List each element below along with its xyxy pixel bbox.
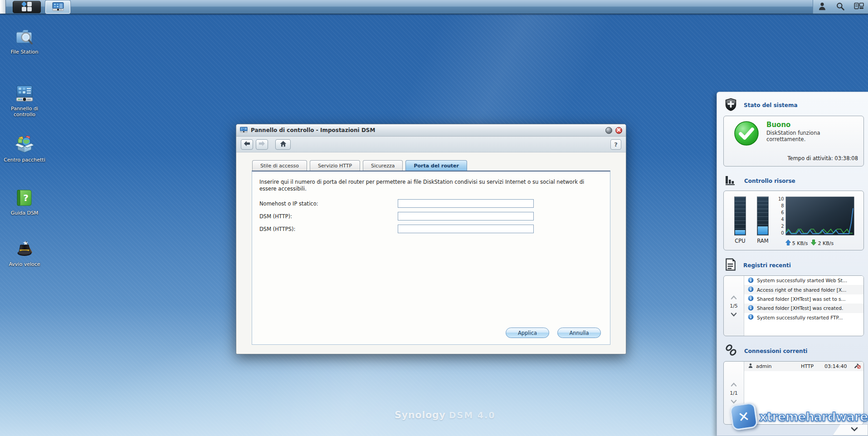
home-icon [280, 141, 287, 148]
home-button[interactable] [275, 139, 291, 150]
info-icon [748, 314, 754, 321]
pilot-view-button[interactable] [851, 1, 867, 13]
router-port-panel: Inserire qui il numero di porta del rout… [252, 171, 610, 345]
user-menu-button[interactable] [814, 1, 830, 13]
current-connections-header: Connessioni correnti [717, 338, 868, 361]
desktop-icon-label: File Station [4, 49, 45, 55]
user-icon [748, 363, 753, 370]
main-menu-button[interactable] [13, 1, 41, 13]
desktop-icon-quick-start[interactable]: Avvio veloce [4, 239, 45, 267]
log-document-icon [725, 258, 736, 272]
section-title: Controllo risorse [744, 178, 795, 184]
info-icon [748, 277, 754, 284]
log-text: System successfully started Web St... [757, 278, 847, 283]
logs-page-up-button[interactable] [731, 295, 737, 299]
show-desktop-button[interactable] [0, 0, 6, 14]
help-label: ? [614, 141, 618, 148]
dsm-https-input[interactable] [398, 225, 534, 233]
control-panel-icon [52, 2, 64, 12]
form-row: DSM (HTTP): [259, 212, 610, 220]
window-toolbar: ? [236, 137, 626, 152]
dsm-http-label: DSM (HTTP): [259, 213, 398, 220]
svg-text:?: ? [23, 192, 29, 203]
connections-page-down-button[interactable] [731, 400, 737, 404]
system-status-header: Stato del sistema [717, 92, 868, 116]
upload-arrow-icon [785, 240, 791, 247]
status-value: Buono [766, 121, 834, 129]
desktop-icon-label: Guida DSM [4, 210, 45, 216]
hostname-label: Nomehost o IP statico: [259, 201, 398, 207]
recent-logs-header: Registri recenti [717, 252, 868, 275]
tab-strip: Stile di accesso Servizio HTTP Sicurezza… [252, 160, 626, 171]
info-icon [748, 286, 754, 293]
log-row[interactable]: System successfully started Web St... [744, 276, 863, 285]
network-stats: 5 KB/s 2 KB/s [785, 240, 854, 247]
search-button[interactable] [833, 1, 848, 13]
desktop-icon-label: Pannello di controllo [4, 106, 45, 118]
connections-page-indicator: 1/1 [730, 390, 738, 396]
desktop-icon-label: Centro pacchetti [4, 157, 45, 163]
log-text: Access right of the shared folder [X... [757, 287, 846, 293]
back-button[interactable] [241, 139, 253, 150]
connection-user: admin [756, 363, 798, 369]
log-row[interactable]: Access right of the shared folder [X... [744, 285, 863, 294]
cancel-button[interactable]: Annulla [557, 328, 601, 338]
system-status-card: Buono DiskStation funziona correttamente… [723, 116, 864, 167]
desktop-icon-package-center[interactable]: Centro pacchetti [4, 134, 45, 163]
forward-button[interactable] [256, 139, 268, 150]
tab-porta-del-router[interactable]: Porta del router [405, 160, 467, 171]
dsm-http-input[interactable] [398, 212, 534, 220]
help-button[interactable]: ? [610, 139, 621, 150]
user-icon [818, 2, 827, 12]
axis-tick: 8 [781, 203, 784, 208]
desktop-icon-file-station[interactable]: File Station [4, 26, 45, 55]
forward-arrow-icon [258, 141, 265, 148]
desktop-icon-label: Avvio veloce [4, 261, 45, 267]
sidebar-collapse-button[interactable] [833, 424, 868, 436]
dsm-https-label: DSM (HTTPS): [259, 226, 398, 232]
logs-page-down-button[interactable] [731, 313, 737, 317]
close-button[interactable] [615, 127, 622, 134]
form-row: Nomehost o IP statico: [259, 199, 610, 208]
network-graph-axis: 10 8 6 4 2 0 [778, 196, 784, 235]
tab-stile-di-accesso[interactable]: Stile di accesso [252, 160, 307, 171]
axis-tick: 4 [781, 217, 784, 222]
minimize-button[interactable] [605, 127, 612, 134]
desktop-icon-control-panel[interactable]: Pannello di controllo [4, 83, 45, 118]
status-message: DiskStation funziona correttamente. [766, 130, 834, 142]
dsm-help-icon: ? [14, 187, 35, 208]
axis-tick: 2 [781, 224, 784, 229]
hostname-input[interactable] [398, 199, 534, 208]
taskbar-item-control-panel[interactable] [45, 0, 70, 14]
disconnect-icon[interactable] [853, 363, 861, 370]
shield-icon [725, 98, 737, 113]
quick-start-icon [14, 239, 35, 260]
log-text: Shared folder [XHTest] was created. [757, 305, 843, 311]
log-row[interactable]: System successfully restarted FTP... [744, 313, 863, 322]
current-connections-card: 1/1 admin HTTP 03:14:40 [723, 361, 864, 425]
panel-intro-text: Inserire qui il numero di porta del rout… [252, 171, 610, 195]
tab-sicurezza[interactable]: Sicurezza [363, 160, 403, 171]
recent-logs-card: 1/5 System successfully started Web St..… [723, 275, 864, 336]
connection-time: 03:14:40 [824, 363, 851, 369]
tab-servizio-http[interactable]: Servizio HTTP [310, 160, 360, 171]
dsm-settings-window: Pannello di controllo - Impostazioni DSM… [236, 124, 626, 354]
apply-button[interactable]: Applica [506, 328, 549, 338]
log-text: System successfully restarted FTP... [757, 315, 843, 320]
resource-monitor-card: CPU RAM 10 8 6 4 2 0 [723, 191, 864, 250]
logs-page-indicator: 1/5 [730, 303, 738, 309]
info-icon [748, 305, 754, 312]
log-row[interactable]: Shared folder [XHTest] was set to s... [744, 294, 863, 304]
form-row: DSM (HTTPS): [259, 225, 610, 233]
network-graph-zone: 10 8 6 4 2 0 5 KB/s [778, 196, 854, 247]
connection-row[interactable]: admin HTTP 03:14:40 [744, 362, 863, 371]
section-title: Connessioni correnti [744, 348, 807, 354]
desktop-icon-dsm-help[interactable]: ? Guida DSM [4, 187, 45, 216]
connection-protocol: HTTP [801, 363, 822, 369]
connections-page-up-button[interactable] [731, 382, 737, 387]
axis-tick: 10 [778, 196, 784, 201]
brand-product: DSM 4.0 [449, 410, 496, 420]
log-row[interactable]: Shared folder [XHTest] was created. [744, 304, 863, 313]
connections-pager: 1/1 [724, 362, 744, 424]
window-titlebar[interactable]: Pannello di controllo - Impostazioni DSM [236, 124, 626, 137]
